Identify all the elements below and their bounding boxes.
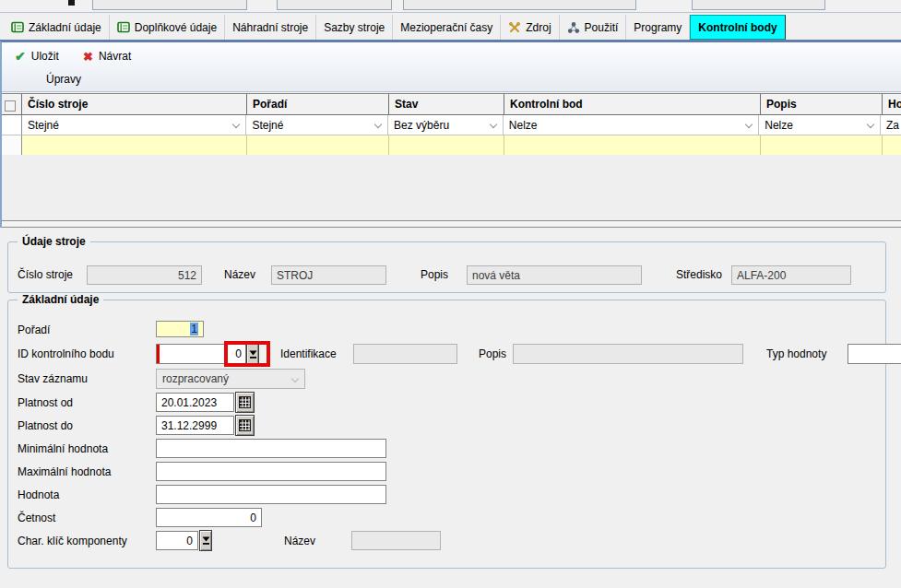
menu-upravy[interactable]: Úpravy xyxy=(41,71,87,88)
filter-poradi[interactable]: Stejné xyxy=(246,115,388,135)
tab-bar: Základní údaje Doplňkové údaje Náhradní … xyxy=(0,13,901,40)
grid-select-all-cell[interactable] xyxy=(0,94,22,115)
col-header-poradi[interactable]: Pořadí xyxy=(247,94,389,115)
machine-data-group: Údaje stroje Číslo stroje 512 Název STRO… xyxy=(7,241,886,293)
tab-sazby-stroje[interactable]: Sazby stroje xyxy=(316,15,393,40)
platnost-do-calendar-button[interactable] xyxy=(235,415,255,436)
field-label-nazev: Název xyxy=(224,268,255,281)
tab-label: Mezioperační časy xyxy=(400,21,492,34)
nazev-field: STROJ xyxy=(271,265,386,285)
field-label-char-klic: Char. klíč komponenty xyxy=(18,535,127,547)
window-above-field xyxy=(92,0,247,10)
max-hodnota-input[interactable] xyxy=(156,462,386,481)
app-window: Základní údaje Doplňkové údaje Náhradní … xyxy=(0,0,901,588)
filter-popis[interactable]: Nelze xyxy=(759,115,881,135)
back-button[interactable]: ✖ Návrat xyxy=(79,48,135,65)
tab-mezioperacni-casy[interactable]: Mezioperační časy xyxy=(393,15,501,40)
cell-poradi[interactable] xyxy=(247,135,389,155)
tab-nahradni-stroje[interactable]: Náhradní stroje xyxy=(225,15,316,40)
save-button[interactable]: ✔ Uložit xyxy=(11,48,63,65)
id-kb-value: 0 xyxy=(235,347,242,360)
window-above-text-fragment xyxy=(68,0,75,6)
grid-filter-row: Stejné Stejné Bez výběru Nelze Nelze Za xyxy=(0,115,901,135)
group-title: Údaje stroje xyxy=(18,235,90,248)
cell-popis[interactable] xyxy=(761,135,883,155)
cell-kontrolni-bod[interactable] xyxy=(504,135,761,155)
field-label-cislo-stroje: Číslo stroje xyxy=(18,268,73,281)
platnost-od-input[interactable]: 20.01.2023 xyxy=(156,393,234,412)
filter-value: Bez výběru xyxy=(394,119,449,132)
window-above-strip xyxy=(0,0,901,13)
filter-stav[interactable]: Bez výběru xyxy=(388,115,504,135)
nazev2-field xyxy=(351,531,441,550)
tab-label: Programy xyxy=(634,21,682,34)
tab-kontrolni-body[interactable]: Kontrolní body xyxy=(690,15,785,40)
check-icon: ✔ xyxy=(15,50,26,63)
char-klic-input[interactable]: 0 xyxy=(156,531,198,550)
filter-hodnota-truncated[interactable]: Za xyxy=(881,115,901,135)
platnost-do-input[interactable]: 31.12.2999 xyxy=(156,416,234,435)
field-label-min-hodnota: Minimální hodnota xyxy=(18,442,108,455)
select-all-checkbox[interactable] xyxy=(5,100,16,112)
tab-zdroj[interactable]: Zdroj xyxy=(501,15,559,40)
field-label-poradi: Pořadí xyxy=(18,323,50,336)
cell-stav[interactable] xyxy=(389,135,504,155)
tab-label: Sazby stroje xyxy=(324,21,385,34)
toolbar: ✔ Uložit ✖ Návrat Úpravy xyxy=(0,42,901,92)
chevron-down-icon xyxy=(745,121,753,128)
field-label-stav-zaznamu: Stav záznamu xyxy=(18,372,88,385)
char-klic-spin-button[interactable] xyxy=(199,530,212,551)
id-kontrolniho-bodu-input[interactable]: 0 xyxy=(156,344,246,364)
tab-label: Základní údaje xyxy=(29,21,101,34)
tab-doplnkove-udaje[interactable]: Doplňkové údaje xyxy=(110,15,225,40)
grid-new-row[interactable] xyxy=(0,135,901,155)
cell-hodnota[interactable] xyxy=(883,135,901,155)
close-icon: ✖ xyxy=(83,51,93,63)
window-above-field xyxy=(277,0,392,10)
field-label-typ-hodnoty: Typ hodnoty xyxy=(766,347,826,360)
window-above-field xyxy=(692,0,825,10)
tab-programy[interactable]: Programy xyxy=(626,15,690,40)
book-icon xyxy=(117,21,130,33)
field-label-id-kontrolniho-bodu: ID kontrolního bodu xyxy=(18,347,114,360)
col-header-kontrolni-bod[interactable]: Kontrolní bod xyxy=(504,94,761,115)
popis-field: nová věta xyxy=(467,265,642,285)
tab-zakladni-udaje[interactable]: Základní údaje xyxy=(4,15,110,40)
chevron-down-icon xyxy=(291,375,299,382)
col-header-stav[interactable]: Stav xyxy=(389,94,504,115)
field-label-popis: Popis xyxy=(421,268,448,281)
filter-row-selector xyxy=(0,115,22,135)
filter-cislo-stroje[interactable]: Stejné xyxy=(22,115,246,135)
identifikace-field xyxy=(353,344,457,364)
col-header-cislo-stroje[interactable]: Číslo stroje xyxy=(22,94,247,115)
hodnota-input[interactable] xyxy=(156,485,386,504)
tab-label: Náhradní stroje xyxy=(232,21,308,34)
network-icon xyxy=(567,21,580,34)
save-button-label: Uložit xyxy=(31,50,59,63)
poradi-input[interactable]: 1 xyxy=(156,321,204,337)
cell-cislo-stroje[interactable] xyxy=(22,135,247,155)
arrow-down-to-bar-icon xyxy=(202,535,210,546)
field-label-hodnota: Hodnota xyxy=(18,488,59,501)
platnost-od-calendar-button[interactable] xyxy=(235,392,255,413)
typ-hodnoty-input[interactable] xyxy=(848,344,901,364)
arrow-down-to-bar-icon xyxy=(249,349,257,359)
min-hodnota-input[interactable] xyxy=(156,439,386,458)
row-selector-cell[interactable] xyxy=(0,135,22,155)
lookup-spin-button[interactable] xyxy=(246,343,259,365)
cetnost-input[interactable]: 0 xyxy=(156,508,262,527)
filter-value: Za xyxy=(886,119,899,132)
col-header-popis[interactable]: Popis xyxy=(761,94,883,115)
tab-pouziti[interactable]: Použití xyxy=(560,15,627,40)
filter-value: Nelze xyxy=(509,119,538,132)
field-label-popis2: Popis xyxy=(479,347,506,360)
detail-panel: Údaje stroje Číslo stroje 512 Název STRO… xyxy=(0,228,901,588)
horizontal-splitter[interactable] xyxy=(0,220,901,228)
filter-kontrolni-bod[interactable]: Nelze xyxy=(504,115,759,135)
stav-zaznamu-value: rozpracovaný xyxy=(162,372,229,385)
chevron-down-icon xyxy=(490,121,497,128)
chevron-down-icon xyxy=(867,121,874,128)
col-header-hodnota-truncated[interactable]: Ho xyxy=(883,94,901,115)
filter-value: Stejné xyxy=(252,119,283,132)
field-label-cetnost: Četnost xyxy=(18,512,55,524)
